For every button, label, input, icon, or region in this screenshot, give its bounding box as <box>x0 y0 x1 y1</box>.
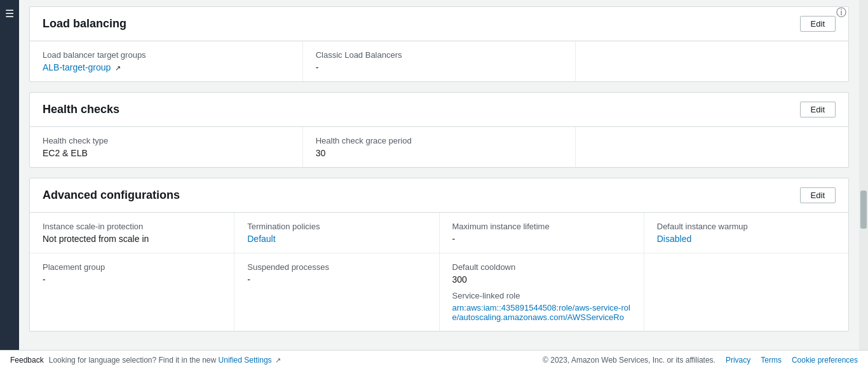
suspended-processes-value: - <box>247 274 426 285</box>
footer-left: Feedback Looking for language selection?… <box>10 356 281 365</box>
advanced-config-edit-button[interactable]: Edit <box>800 187 836 203</box>
advanced-config-header: Advanced configurations Edit <box>30 178 848 213</box>
placement-group-value: - <box>43 274 221 285</box>
content-area: ⓘ Load balancing Edit Load balancer targ… <box>19 0 859 350</box>
info-icon[interactable]: ⓘ <box>836 6 846 20</box>
alb-target-group-link[interactable]: ALB-target-group <box>43 62 111 72</box>
health-checks-card: Health checks Edit Health check type EC2… <box>29 92 849 168</box>
health-checks-title: Health checks <box>43 103 119 116</box>
health-check-type-label: Health check type <box>43 136 290 145</box>
default-cooldown-label: Default cooldown <box>452 262 631 272</box>
suspended-processes-cell: Suspended processes - <box>234 253 439 331</box>
instance-scale-value: Not protected from scale in <box>43 234 221 244</box>
external-icon-small: ↗ <box>275 356 281 364</box>
unified-settings-link[interactable]: Unified Settings <box>219 356 272 365</box>
default-cooldown-cell: Default cooldown 300 Service-linked role… <box>440 253 644 331</box>
load-balancing-body: Load balancer target groups ALB-target-g… <box>30 41 848 81</box>
health-check-grace-label: Health check grace period <box>316 136 563 145</box>
load-balancer-target-groups-cell: Load balancer target groups ALB-target-g… <box>30 41 303 81</box>
instance-scale-label: Instance scale-in protection <box>43 222 221 231</box>
sidebar: ☰ <box>0 0 19 350</box>
footer-lang-text: Looking for language selection? Find it … <box>49 356 281 365</box>
max-instance-lifetime-cell: Maximum instance lifetime - <box>440 213 644 253</box>
service-linked-role-label: Service-linked role <box>452 291 631 300</box>
terms-link[interactable]: Terms <box>761 356 782 365</box>
load-balancing-row: Load balancer target groups ALB-target-g… <box>30 41 848 81</box>
scrollbar-thumb[interactable] <box>860 191 867 229</box>
default-cooldown-value: 300 <box>452 274 631 285</box>
cookie-preferences-link[interactable]: Cookie preferences <box>792 356 858 365</box>
advanced-config-row1: Instance scale-in protection Not protect… <box>30 213 848 253</box>
health-check-grace-value: 30 <box>316 148 563 158</box>
termination-policies-cell: Termination policies Default <box>234 213 439 253</box>
service-linked-role-value[interactable]: arn:aws:iam::435891544508:role/aws-servi… <box>452 303 631 322</box>
health-checks-header: Health checks Edit <box>30 93 848 127</box>
load-balancing-title: Load balancing <box>43 17 126 30</box>
lang-description: Looking for language selection? Find it … <box>49 356 217 365</box>
health-check-grace-cell: Health check grace period 30 <box>303 127 576 167</box>
load-balancer-target-groups-value: ALB-target-group ↗ <box>43 62 290 72</box>
scrollbar[interactable] <box>859 0 868 350</box>
copyright-text: © 2023, Amazon Web Services, Inc. or its… <box>543 356 715 365</box>
default-warmup-value[interactable]: Disabled <box>657 234 836 244</box>
health-check-type-cell: Health check type EC2 & ELB <box>30 127 303 167</box>
advanced-config-empty-cell <box>644 253 848 331</box>
classic-load-balancers-label: Classic Load Balancers <box>316 50 563 60</box>
load-balancing-edit-button[interactable]: Edit <box>800 16 836 32</box>
feedback-label[interactable]: Feedback <box>10 356 44 365</box>
footer: Feedback Looking for language selection?… <box>0 350 868 369</box>
default-warmup-cell: Default instance warmup Disabled <box>644 213 848 253</box>
load-balancer-target-groups-label: Load balancer target groups <box>43 50 290 60</box>
advanced-config-body: Instance scale-in protection Not protect… <box>30 213 848 331</box>
default-warmup-label: Default instance warmup <box>657 222 836 231</box>
load-balancing-header: Load balancing Edit <box>30 7 848 41</box>
max-instance-lifetime-value: - <box>452 234 631 244</box>
advanced-config-title: Advanced configurations <box>43 189 180 202</box>
load-balancing-card: Load balancing Edit Load balancer target… <box>29 6 849 82</box>
privacy-link[interactable]: Privacy <box>726 356 750 365</box>
load-balancing-empty-cell <box>576 41 848 81</box>
placement-group-label: Placement group <box>43 262 221 272</box>
footer-right: © 2023, Amazon Web Services, Inc. or its… <box>543 356 858 365</box>
external-link-icon: ↗ <box>115 64 121 72</box>
max-instance-lifetime-label: Maximum instance lifetime <box>452 222 631 231</box>
advanced-config-row2: Placement group - Suspended processes - … <box>30 253 848 331</box>
health-checks-body: Health check type EC2 & ELB Health check… <box>30 127 848 167</box>
placement-group-cell: Placement group - <box>30 253 234 331</box>
termination-policies-label: Termination policies <box>247 222 426 231</box>
classic-load-balancers-value: - <box>316 62 563 72</box>
health-check-type-value: EC2 & ELB <box>43 148 290 158</box>
instance-scale-cell: Instance scale-in protection Not protect… <box>30 213 234 253</box>
health-checks-row: Health check type EC2 & ELB Health check… <box>30 127 848 167</box>
termination-policies-value[interactable]: Default <box>247 234 426 244</box>
health-checks-edit-button[interactable]: Edit <box>800 102 836 117</box>
menu-icon[interactable]: ☰ <box>5 8 14 20</box>
classic-load-balancers-cell: Classic Load Balancers - <box>303 41 576 81</box>
advanced-config-card: Advanced configurations Edit Instance sc… <box>29 178 849 332</box>
suspended-processes-label: Suspended processes <box>247 262 426 272</box>
health-checks-empty-cell <box>576 127 848 167</box>
